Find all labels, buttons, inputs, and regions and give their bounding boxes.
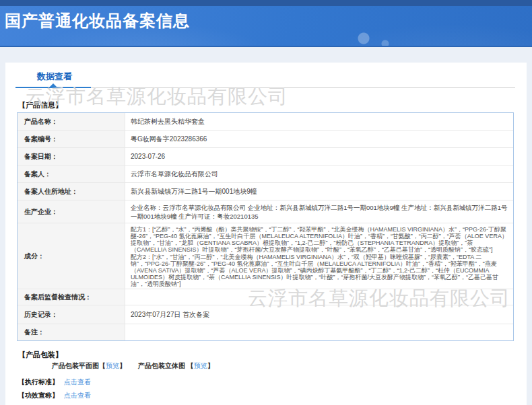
row-value: 企业名称：云浮市名草源化妆品有限公司 企业地址：新兴县新城镇万洋二路1号一期00…	[125, 200, 513, 223]
bracket-close: 】	[207, 362, 214, 369]
tab-data-view[interactable]: 数据查看	[37, 71, 72, 83]
packaging-flat-view: 产品包装平面图【预览】	[52, 361, 126, 371]
row-label: 备注：	[18, 324, 125, 340]
efficacy-claim-label: 【功效宣称】	[18, 392, 59, 399]
exec-standard-label: 【执行标准】	[18, 378, 59, 385]
packaging-stereo-preview-link[interactable]: 预览	[194, 362, 207, 369]
bracket-open: 【	[99, 362, 106, 369]
packaging-flat-label: 产品包装平面图	[52, 362, 99, 369]
row-label: 备案编号：	[18, 131, 125, 147]
bracket-close: 】	[119, 362, 126, 369]
row-label: 历史记录：	[18, 305, 125, 324]
section-title-product-info: 【产品信息】	[18, 100, 63, 110]
page-header: 国产普通化妆品备案信息	[0, 0, 532, 47]
table-row-remarks: 备注：	[18, 324, 513, 340]
page-title: 国产普通化妆品备案信息	[0, 6, 532, 32]
packaging-flat-preview-link[interactable]: 预览	[106, 362, 119, 369]
table-row-ingredients: 成分： 配方1：[“乙醇”，“水”，“丙烯酸（酯）类共聚物铵”，“丁二醇”，“羟…	[18, 223, 513, 289]
efficacy-claim-row: 【功效宣称】点击查看	[18, 391, 91, 400]
tab-active-pointer-icon	[50, 83, 57, 87]
row-label: 成分：	[18, 223, 125, 289]
ingredients-formula-2: 配方2：[“水”，“甘油”，“丙二醇”，“北美金缕梅（HAMAMELIS VIR…	[131, 254, 508, 287]
header-top-strip	[0, 0, 532, 6]
product-info-table: 产品名称： 韩纪茶树去黑头精华套盒 备案编号： 粤G妆网备字2023286366…	[17, 112, 514, 341]
row-label: 生产企业：	[18, 200, 125, 223]
row-value: 新兴县新城镇万洋二路1号一期001地块9幢	[125, 183, 513, 200]
exec-standard-row: 【执行标准】点击查看	[18, 377, 91, 387]
row-value: 2023年07月27日 首次备案	[125, 305, 513, 324]
table-row-product-name: 产品名称： 韩纪茶树去黑头精华套盒	[18, 113, 513, 131]
table-row-filing-date: 备案日期： 2023-07-26	[18, 148, 513, 165]
tab-active-underline	[15, 87, 91, 88]
row-value: 粤G妆网备字2023286366	[125, 131, 513, 147]
row-label: 备案人：	[18, 165, 125, 182]
row-value	[125, 324, 513, 340]
row-value: 2023-07-26	[125, 148, 513, 165]
packaging-stereo-label: 产品包装立体图	[138, 362, 187, 369]
row-value	[125, 289, 513, 305]
section-title-product-packaging: 【产品包装】	[18, 350, 63, 360]
row-label: 产品名称：	[18, 113, 125, 130]
table-row-history: 历史记录： 2023年07月27日 首次备案	[18, 305, 513, 324]
table-row-filer: 备案人： 云浮市名草源化妆品有限公司	[18, 165, 513, 183]
table-row-supervision-check: 备案后监督检查情况：	[18, 289, 513, 305]
row-value: 云浮市名草源化妆品有限公司	[125, 165, 513, 182]
row-label: 备案人住所地址：	[18, 183, 125, 200]
ingredients-formula-1: 配方1：[“乙醇”，“水”，“丙烯酸（酯）类共聚物铵”，“丁二醇”，“羟苯甲酯”…	[131, 226, 508, 253]
content-panel: 数据查看 云浮市名草源化妆品有限公司 云浮市名草源化妆品有限公司 【产品信息】 …	[5, 63, 527, 405]
row-label: 备案后监督检查情况：	[18, 289, 125, 305]
efficacy-claim-view-link[interactable]: 点击查看	[64, 392, 91, 399]
row-label: 备案日期：	[18, 148, 125, 165]
table-row-manufacturer: 生产企业： 企业名称：云浮市名草源化妆品有限公司 企业地址：新兴县新城镇万洋二路…	[18, 200, 513, 223]
row-value: 韩纪茶树去黑头精华套盒	[125, 113, 513, 130]
exec-standard-view-link[interactable]: 点击查看	[64, 378, 91, 385]
packaging-stereo-view: 产品包装立体图 【预览】	[138, 361, 214, 371]
table-row-filing-number: 备案编号： 粤G妆网备字2023286366	[18, 131, 513, 148]
cosmetics-filing-page: 国产普通化妆品备案信息 数据查看 云浮市名草源化妆品有限公司 云浮市名草源化妆品…	[0, 0, 532, 405]
header-banner: 国产普通化妆品备案信息	[0, 6, 532, 47]
bracket-open: 【	[187, 362, 194, 369]
table-row-filer-address: 备案人住所地址： 新兴县新城镇万洋二路1号一期001地块9幢	[18, 183, 513, 200]
row-value: 配方1：[“乙醇”，“水”，“丙烯酸（酯）类共聚物铵”，“丁二醇”，“羟苯甲酯”…	[125, 223, 513, 289]
